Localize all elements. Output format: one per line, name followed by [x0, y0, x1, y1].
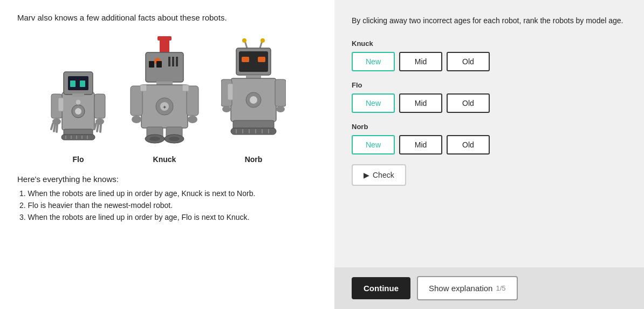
svg-point-66: [222, 106, 231, 112]
knuck-old-button[interactable]: Old: [447, 52, 490, 71]
knuck-mid-button[interactable]: Mid: [399, 52, 442, 71]
svg-point-64: [250, 96, 257, 104]
knuck-robot-name: Knuck: [352, 39, 627, 48]
svg-rect-70: [231, 128, 276, 135]
knuck-label: Knuck: [153, 155, 176, 164]
svg-line-12: [57, 125, 57, 132]
norb-label: Norb: [245, 155, 263, 164]
robot-row: Flo: [17, 33, 317, 164]
check-button[interactable]: ▶ Check: [352, 164, 406, 186]
flo-old-button[interactable]: Old: [447, 93, 490, 113]
norb-old-button[interactable]: Old: [447, 135, 490, 154]
svg-rect-13: [94, 94, 105, 118]
svg-rect-77: [228, 84, 233, 100]
svg-rect-32: [172, 57, 174, 66]
knuck-robot-image: ✦: [129, 33, 200, 152]
svg-rect-25: [58, 98, 64, 111]
robot-figure-norb: Norb: [221, 38, 286, 164]
bottom-bar: Continue Show explanation 1/5: [334, 267, 644, 309]
svg-rect-34: [149, 61, 154, 68]
flo-options-group: Flo New Mid Old: [352, 81, 627, 113]
svg-point-44: [188, 116, 197, 123]
norb-option-buttons: New Mid Old: [352, 135, 627, 154]
svg-point-42: [132, 116, 141, 123]
svg-line-10: [51, 124, 53, 129]
svg-rect-33: [176, 57, 178, 66]
norb-mid-button[interactable]: Mid: [399, 135, 442, 154]
svg-line-17: [100, 125, 101, 132]
explanation-progress: 1/5: [496, 284, 505, 292]
robot-figure-flo: Flo: [49, 44, 108, 164]
svg-rect-31: [168, 57, 170, 66]
svg-rect-28: [157, 36, 172, 41]
svg-rect-51: [140, 85, 147, 91]
flo-option-buttons: New Mid Old: [352, 93, 627, 113]
quiz-instruction: By clicking away two incorrect ages for …: [352, 15, 627, 26]
flo-new-button[interactable]: New: [352, 93, 395, 113]
svg-point-54: [242, 38, 246, 43]
fact-3: 3. When the robots are lined up in order…: [17, 213, 317, 221]
robot-figure-knuck: ✦: [129, 33, 200, 164]
flo-robot-name: Flo: [352, 81, 627, 89]
svg-rect-6: [80, 80, 85, 87]
knuck-options-group: Knuck New Mid Old: [352, 39, 627, 71]
svg-line-16: [97, 125, 98, 131]
flo-mid-button[interactable]: Mid: [399, 93, 442, 113]
norb-robot-image: [221, 38, 286, 152]
svg-rect-52: [182, 85, 189, 91]
show-explanation-label: Show explanation: [429, 284, 492, 293]
svg-rect-59: [242, 57, 249, 62]
quiz-area: By clicking away two incorrect ages for …: [334, 0, 644, 267]
flo-robot-image: [49, 44, 108, 152]
fact-1: 1. When the robots are lined up in order…: [17, 189, 317, 198]
show-explanation-button[interactable]: Show explanation 1/5: [417, 276, 518, 300]
svg-point-26: [76, 99, 81, 105]
norb-new-button[interactable]: New: [352, 135, 395, 154]
svg-rect-60: [258, 57, 265, 62]
svg-rect-5: [70, 80, 76, 87]
svg-rect-67: [275, 79, 286, 106]
left-panel: Marv also knows a few additional facts a…: [0, 0, 334, 309]
svg-point-50: [169, 137, 180, 141]
knuck-option-buttons: New Mid Old: [352, 52, 627, 71]
right-panel: By clicking away two incorrect ages for …: [334, 0, 644, 309]
continue-button[interactable]: Continue: [352, 277, 410, 299]
knuck-new-button[interactable]: New: [352, 52, 395, 71]
svg-line-11: [54, 125, 55, 131]
check-icon: ▶: [364, 171, 369, 179]
facts-heading: Here's everything he knows:: [17, 174, 317, 184]
flo-label: Flo: [73, 155, 84, 164]
fact-2: 2. Flo is heavier than the newest-model …: [17, 201, 317, 210]
svg-rect-35: [156, 61, 162, 68]
svg-point-2: [75, 108, 81, 115]
svg-point-56: [261, 38, 265, 43]
svg-rect-27: [160, 38, 169, 53]
svg-text:✦: ✦: [162, 104, 167, 110]
svg-rect-7: [72, 93, 84, 97]
norb-robot-name: Norb: [352, 123, 627, 131]
svg-point-68: [276, 106, 285, 112]
norb-options-group: Norb New Mid Old: [352, 123, 627, 154]
facts-list: 1. When the robots are lined up in order…: [17, 189, 317, 225]
check-label: Check: [373, 171, 394, 179]
intro-text: Marv also knows a few additional facts a…: [17, 13, 317, 22]
svg-rect-19: [61, 135, 95, 140]
svg-point-49: [149, 137, 160, 141]
